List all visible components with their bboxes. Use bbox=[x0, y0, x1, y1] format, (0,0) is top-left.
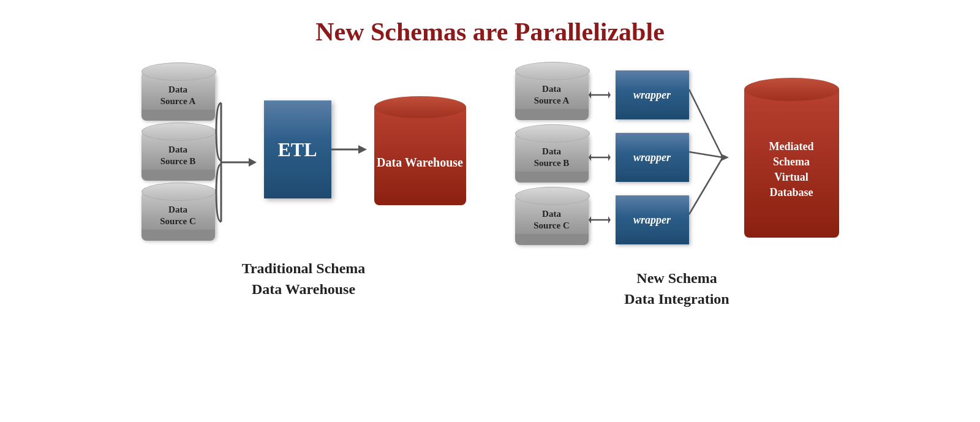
right-inner: DataSource A DataSource B DataSource C bbox=[515, 59, 839, 250]
etl-box: ETL bbox=[264, 100, 331, 198]
converge-arrows-area bbox=[689, 65, 738, 250]
left-caption-text: Traditional SchemaData Warehouse bbox=[242, 260, 366, 297]
svg-line-19 bbox=[689, 157, 723, 214]
dw-top bbox=[374, 96, 466, 118]
left-diagram: DataSource A DataSource B DataSource C bbox=[141, 59, 466, 300]
wrapper-b: wrapper bbox=[616, 133, 689, 182]
diagrams-row: DataSource A DataSource B DataSource C bbox=[0, 59, 980, 309]
left-caption: Traditional SchemaData Warehouse bbox=[242, 258, 366, 300]
med-top bbox=[744, 78, 839, 101]
right-source-a-label: DataSource A bbox=[534, 83, 570, 107]
right-caption: New SchemaData Integration bbox=[624, 268, 729, 309]
svg-marker-15 bbox=[589, 216, 591, 224]
right-source-b: DataSource B bbox=[515, 133, 589, 182]
svg-marker-20 bbox=[721, 154, 729, 161]
left-source-a-label: DataSource A bbox=[160, 84, 196, 108]
right-source-a: DataSource A bbox=[515, 70, 589, 119]
svg-marker-9 bbox=[589, 91, 591, 99]
wrapper-c-label: wrapper bbox=[633, 214, 671, 227]
med-label: MediatedSchemaVirtualDatabase bbox=[763, 139, 820, 201]
right-source-c-label: DataSource C bbox=[533, 208, 569, 232]
svg-marker-10 bbox=[608, 91, 611, 99]
left-source-b-label: DataSource B bbox=[160, 144, 196, 168]
right-sources-col: DataSource A DataSource B DataSource C bbox=[515, 70, 589, 244]
left-source-c: DataSource C bbox=[141, 191, 215, 240]
left-inner: DataSource A DataSource B DataSource C bbox=[141, 59, 466, 240]
page-container: New Schemas are Parallelizable DataSourc… bbox=[0, 0, 980, 422]
wrapper-c: wrapper bbox=[616, 195, 689, 244]
wrapper-a-label: wrapper bbox=[633, 89, 671, 102]
mediated-schema-cylinder: MediatedSchemaVirtualDatabase bbox=[744, 78, 839, 237]
right-caption-text: New SchemaData Integration bbox=[624, 270, 729, 307]
page-title: New Schemas are Parallelizable bbox=[0, 0, 980, 53]
svg-line-18 bbox=[689, 152, 723, 157]
svg-marker-7 bbox=[358, 145, 367, 154]
left-source-b: DataSource B bbox=[141, 131, 215, 180]
double-arrow-b bbox=[589, 133, 611, 182]
dw-label: Data Warehouse bbox=[377, 154, 463, 170]
svg-line-17 bbox=[689, 89, 723, 157]
svg-marker-5 bbox=[249, 158, 257, 167]
svg-marker-12 bbox=[589, 154, 591, 161]
left-sources-col: DataSource A DataSource B DataSource C bbox=[141, 71, 215, 240]
med-body: MediatedSchemaVirtualDatabase bbox=[744, 89, 839, 238]
right-diagram: DataSource A DataSource B DataSource C bbox=[515, 59, 839, 309]
wrapper-a: wrapper bbox=[616, 70, 689, 119]
right-wrappers-col: wrapper wrapper wrapper bbox=[616, 70, 689, 244]
right-source-c: DataSource C bbox=[515, 195, 589, 244]
double-arrow-a bbox=[589, 70, 611, 119]
svg-marker-13 bbox=[608, 154, 611, 161]
wrapper-b-label: wrapper bbox=[633, 151, 671, 164]
dw-body: Data Warehouse bbox=[374, 107, 466, 205]
double-arrows-col bbox=[589, 70, 611, 244]
double-arrow-c bbox=[589, 195, 611, 244]
data-warehouse-cylinder: Data Warehouse bbox=[374, 96, 466, 203]
right-source-b-label: DataSource B bbox=[534, 146, 570, 170]
left-source-c-label: DataSource C bbox=[160, 204, 195, 228]
left-bracket-area bbox=[215, 70, 264, 228]
svg-marker-16 bbox=[608, 216, 611, 224]
etl-label: ETL bbox=[277, 138, 317, 161]
left-source-a: DataSource A bbox=[141, 71, 215, 120]
